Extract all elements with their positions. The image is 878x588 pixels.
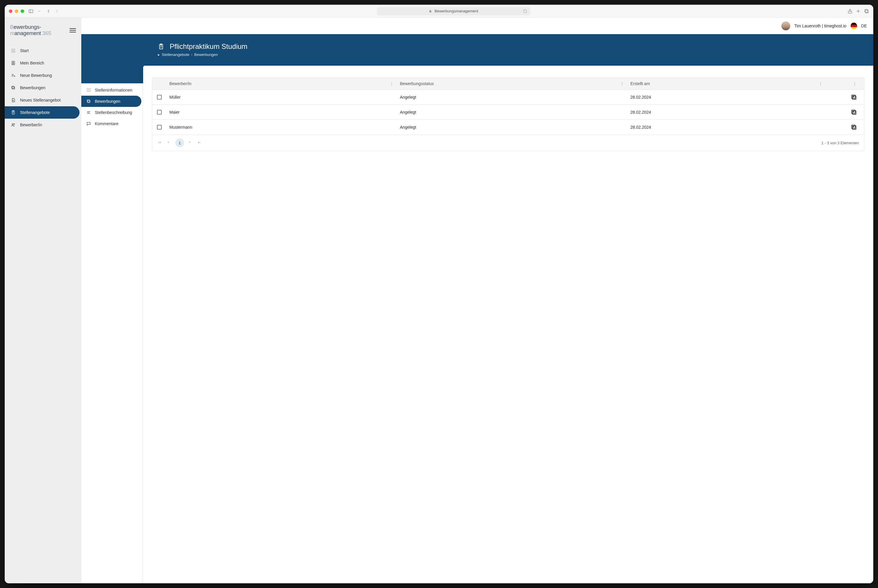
- subnav-item-stellenbeschreibung[interactable]: Stellenbeschreibung: [81, 107, 141, 118]
- sidebar-item-stellenangebote[interactable]: Stellenangebote: [5, 106, 80, 118]
- svg-point-57: [820, 82, 821, 82]
- topbar: Tim Lauenroth | timeghost.io DE: [81, 18, 873, 34]
- svg-point-60: [854, 82, 855, 82]
- svg-point-39: [90, 88, 90, 89]
- document-add-icon: [11, 98, 16, 103]
- chevron-down-icon[interactable]: [36, 9, 42, 14]
- pager-first-button[interactable]: [158, 141, 162, 145]
- share-icon[interactable]: [847, 9, 852, 14]
- subnav-item-label: Bewerbungen: [95, 99, 120, 104]
- cell-date: 28.02.2024: [627, 106, 826, 118]
- clipboard-icon: [11, 110, 16, 115]
- avatar[interactable]: [781, 21, 790, 30]
- new-tab-icon[interactable]: [855, 9, 861, 14]
- svg-point-56: [622, 84, 622, 85]
- content-card: Bewerber/in Bewerbungsstatus Erstellt am: [143, 66, 873, 583]
- chevron-right-icon: ›: [191, 52, 192, 57]
- svg-point-41: [89, 90, 89, 90]
- user-label[interactable]: Tim Lauenroth | timeghost.io: [794, 24, 846, 28]
- svg-point-61: [854, 83, 855, 84]
- cell-name: Maier: [167, 106, 397, 118]
- window-controls: [9, 9, 24, 13]
- stack-icon: [86, 99, 91, 104]
- more-vert-icon[interactable]: [852, 81, 857, 86]
- sidebar-item-neue-bewerbung[interactable]: Neue Bewerbung: [5, 69, 81, 81]
- reload-icon[interactable]: [523, 9, 527, 13]
- subnav-item-kommentare[interactable]: Kommentare: [81, 118, 141, 129]
- close-window-button[interactable]: [9, 9, 12, 13]
- row-checkbox[interactable]: [157, 110, 162, 114]
- svg-rect-0: [29, 9, 33, 13]
- cell-date: 28.02.2024: [627, 121, 826, 134]
- badge-icon: [11, 60, 16, 66]
- more-vert-icon[interactable]: [389, 81, 394, 86]
- open-details-icon[interactable]: [851, 109, 857, 116]
- svg-rect-68: [852, 110, 855, 114]
- sidebar-item-start[interactable]: Start: [5, 45, 81, 57]
- svg-point-38: [89, 88, 89, 89]
- titlebar: Bewerbungsmanagement: [5, 5, 873, 18]
- sidebar-item-mein-bereich[interactable]: Mein Bereich: [5, 57, 81, 69]
- sidebar-item-label: Stellenangebote: [20, 110, 50, 115]
- svg-point-52: [391, 83, 392, 84]
- table-row[interactable]: Müller Angelegt 28.02.2024: [152, 90, 864, 105]
- svg-rect-47: [87, 100, 90, 102]
- app-root: Bewerbungs- management 365 Start Mein Be…: [5, 18, 873, 583]
- subnav-item-label: Stellenbeschreibung: [95, 110, 132, 115]
- back-button[interactable]: [46, 9, 51, 14]
- lines-icon: [86, 110, 91, 115]
- svg-point-51: [391, 82, 392, 82]
- menu-toggle-button[interactable]: [69, 27, 76, 34]
- table-row[interactable]: Maier Angelegt 28.02.2024: [152, 105, 864, 120]
- forward-button[interactable]: [54, 9, 60, 14]
- column-header-date[interactable]: Erstellt am: [627, 78, 826, 90]
- people-icon: [11, 122, 16, 128]
- maximize-window-button[interactable]: [21, 9, 24, 13]
- more-vert-icon[interactable]: [620, 81, 624, 86]
- svg-rect-23: [12, 87, 15, 89]
- more-vert-icon[interactable]: [818, 81, 823, 86]
- pager-current-page[interactable]: 1: [175, 138, 184, 147]
- row-checkbox[interactable]: [157, 95, 162, 99]
- breadcrumb-item[interactable]: Bewerbungen: [194, 52, 218, 57]
- svg-rect-46: [88, 100, 90, 103]
- svg-rect-24: [12, 86, 14, 88]
- sidebar-item-neues-stellenangebot[interactable]: Neues Stellenangebot: [5, 94, 81, 106]
- svg-point-32: [14, 124, 15, 124]
- svg-point-37: [87, 88, 87, 89]
- tabs-overview-icon[interactable]: [864, 9, 869, 14]
- svg-point-7: [12, 49, 12, 50]
- svg-point-53: [391, 84, 392, 85]
- subnav-item-stelleninformationen[interactable]: Stelleninformationen: [81, 84, 141, 96]
- locale-flag-icon[interactable]: [851, 22, 857, 29]
- locale-code[interactable]: DE: [861, 24, 867, 28]
- column-header-status[interactable]: Bewerbungsstatus: [397, 78, 627, 90]
- svg-point-9: [14, 49, 15, 50]
- brand-text: Bewerbungs- management 365: [10, 24, 51, 36]
- sidebar-toggle-icon[interactable]: [28, 9, 34, 14]
- pager-next-button[interactable]: [188, 141, 193, 145]
- pager-summary: 1 - 3 von 3 Elementen: [821, 141, 859, 145]
- cell-status: Angelegt: [397, 121, 627, 134]
- sidebar-item-bewerbungen[interactable]: Bewerbungen: [5, 81, 81, 94]
- row-checkbox[interactable]: [157, 125, 162, 129]
- open-details-icon[interactable]: [851, 94, 857, 100]
- sidebar-item-label: Neue Bewerbung: [20, 73, 52, 78]
- svg-rect-64: [852, 95, 855, 99]
- page-title: Pflichtpraktikum Studium: [170, 42, 248, 51]
- pager-prev-button[interactable]: [167, 141, 171, 145]
- url-bar[interactable]: Bewerbungsmanagement: [377, 7, 530, 15]
- svg-point-12: [14, 50, 15, 51]
- applications-table: Bewerber/in Bewerbungsstatus Erstellt am: [152, 78, 864, 151]
- breadcrumb-item[interactable]: Stellenangebote: [162, 52, 189, 57]
- svg-point-45: [90, 91, 90, 92]
- pager-last-button[interactable]: [197, 141, 202, 145]
- svg-point-13: [12, 52, 12, 52]
- minimize-window-button[interactable]: [15, 9, 18, 13]
- clipboard-icon: [158, 43, 164, 50]
- open-details-icon[interactable]: [851, 124, 857, 130]
- sidebar-item-bewerber[interactable]: Bewerber/in: [5, 118, 81, 131]
- table-row[interactable]: Mustermann Angelegt 28.02.2024: [152, 120, 864, 135]
- column-header-name[interactable]: Bewerber/in: [167, 78, 397, 90]
- subnav-item-bewerbungen[interactable]: Bewerbungen: [81, 96, 141, 107]
